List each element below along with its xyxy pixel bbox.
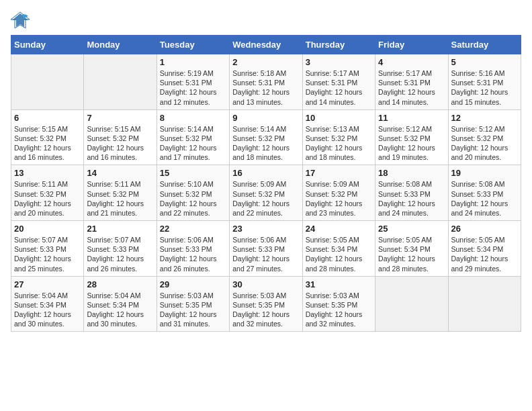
calendar-cell: 4Sunrise: 5:17 AM Sunset: 5:31 PM Daylig… (375, 54, 448, 110)
day-info: Sunrise: 5:18 AM Sunset: 5:31 PM Dayligh… (232, 68, 299, 107)
calendar-cell: 27Sunrise: 5:04 AM Sunset: 5:34 PM Dayli… (11, 276, 84, 332)
day-number: 13 (14, 168, 81, 178)
weekday-header-tuesday: Tuesday (157, 36, 229, 54)
calendar-table: SundayMondayTuesdayWednesdayThursdayFrid… (11, 35, 521, 332)
calendar-cell: 29Sunrise: 5:03 AM Sunset: 5:35 PM Dayli… (157, 276, 229, 332)
day-info: Sunrise: 5:17 AM Sunset: 5:31 PM Dayligh… (306, 68, 372, 107)
calendar-cell: 16Sunrise: 5:09 AM Sunset: 5:32 PM Dayli… (230, 165, 302, 221)
day-info: Sunrise: 5:05 AM Sunset: 5:34 PM Dayligh… (378, 235, 445, 273)
day-info: Sunrise: 5:11 AM Sunset: 5:32 PM Dayligh… (14, 179, 81, 218)
day-number: 9 (232, 113, 299, 123)
calendar-week-row: 13Sunrise: 5:11 AM Sunset: 5:32 PM Dayli… (11, 165, 521, 221)
calendar-cell: 8Sunrise: 5:14 AM Sunset: 5:32 PM Daylig… (157, 109, 229, 165)
day-number: 22 (160, 224, 226, 234)
calendar-week-row: 6Sunrise: 5:15 AM Sunset: 5:32 PM Daylig… (11, 109, 521, 165)
calendar-cell: 10Sunrise: 5:13 AM Sunset: 5:32 PM Dayli… (302, 109, 375, 165)
weekday-header-row: SundayMondayTuesdayWednesdayThursdayFrid… (11, 36, 521, 54)
day-info: Sunrise: 5:14 AM Sunset: 5:32 PM Dayligh… (160, 124, 226, 163)
day-number: 26 (451, 224, 518, 234)
day-number: 7 (87, 113, 153, 123)
day-number: 14 (87, 168, 153, 178)
calendar-cell: 21Sunrise: 5:07 AM Sunset: 5:33 PM Dayli… (84, 221, 157, 277)
day-info: Sunrise: 5:03 AM Sunset: 5:35 PM Dayligh… (306, 291, 372, 329)
calendar-cell: 1Sunrise: 5:19 AM Sunset: 5:31 PM Daylig… (157, 54, 229, 110)
day-info: Sunrise: 5:13 AM Sunset: 5:32 PM Dayligh… (306, 124, 372, 163)
day-info: Sunrise: 5:05 AM Sunset: 5:34 PM Dayligh… (451, 235, 518, 273)
calendar-cell: 22Sunrise: 5:06 AM Sunset: 5:33 PM Dayli… (157, 221, 229, 277)
weekday-header-friday: Friday (375, 36, 448, 54)
day-number: 30 (232, 279, 299, 289)
day-info: Sunrise: 5:12 AM Sunset: 5:32 PM Dayligh… (451, 124, 518, 163)
day-info: Sunrise: 5:16 AM Sunset: 5:31 PM Dayligh… (451, 68, 518, 107)
calendar-cell: 26Sunrise: 5:05 AM Sunset: 5:34 PM Dayli… (448, 221, 521, 277)
day-number: 25 (378, 224, 445, 234)
calendar-cell (84, 54, 157, 110)
logo (11, 11, 32, 30)
day-number: 29 (160, 279, 226, 289)
calendar-cell: 23Sunrise: 5:06 AM Sunset: 5:33 PM Dayli… (230, 221, 302, 277)
calendar-cell: 13Sunrise: 5:11 AM Sunset: 5:32 PM Dayli… (11, 165, 84, 221)
calendar-cell: 28Sunrise: 5:04 AM Sunset: 5:34 PM Dayli… (84, 276, 157, 332)
calendar-cell: 31Sunrise: 5:03 AM Sunset: 5:35 PM Dayli… (302, 276, 375, 332)
weekday-header-wednesday: Wednesday (230, 36, 302, 54)
calendar-cell: 25Sunrise: 5:05 AM Sunset: 5:34 PM Dayli… (375, 221, 448, 277)
day-number: 18 (378, 168, 445, 178)
day-number: 17 (306, 168, 372, 178)
weekday-header-saturday: Saturday (448, 36, 521, 54)
day-info: Sunrise: 5:07 AM Sunset: 5:33 PM Dayligh… (14, 235, 81, 273)
calendar-cell: 20Sunrise: 5:07 AM Sunset: 5:33 PM Dayli… (11, 221, 84, 277)
calendar-cell (375, 276, 448, 332)
day-number: 11 (378, 113, 445, 123)
day-number: 8 (160, 113, 226, 123)
day-info: Sunrise: 5:04 AM Sunset: 5:34 PM Dayligh… (14, 291, 81, 329)
calendar-cell: 14Sunrise: 5:11 AM Sunset: 5:32 PM Dayli… (84, 165, 157, 221)
day-number: 12 (451, 113, 518, 123)
day-info: Sunrise: 5:05 AM Sunset: 5:34 PM Dayligh… (306, 235, 372, 273)
day-info: Sunrise: 5:06 AM Sunset: 5:33 PM Dayligh… (232, 235, 299, 273)
day-number: 6 (14, 113, 81, 123)
day-info: Sunrise: 5:03 AM Sunset: 5:35 PM Dayligh… (232, 291, 299, 329)
day-info: Sunrise: 5:14 AM Sunset: 5:32 PM Dayligh… (232, 124, 299, 163)
day-number: 1 (160, 57, 226, 67)
day-info: Sunrise: 5:15 AM Sunset: 5:32 PM Dayligh… (87, 124, 153, 163)
calendar-cell: 30Sunrise: 5:03 AM Sunset: 5:35 PM Dayli… (230, 276, 302, 332)
day-info: Sunrise: 5:17 AM Sunset: 5:31 PM Dayligh… (378, 68, 445, 107)
calendar-cell: 9Sunrise: 5:14 AM Sunset: 5:32 PM Daylig… (230, 109, 302, 165)
day-number: 16 (232, 168, 299, 178)
day-info: Sunrise: 5:08 AM Sunset: 5:33 PM Dayligh… (378, 179, 445, 218)
day-number: 15 (160, 168, 226, 178)
day-info: Sunrise: 5:03 AM Sunset: 5:35 PM Dayligh… (160, 291, 226, 329)
day-info: Sunrise: 5:04 AM Sunset: 5:34 PM Dayligh… (87, 291, 153, 329)
calendar-cell: 6Sunrise: 5:15 AM Sunset: 5:32 PM Daylig… (11, 109, 84, 165)
calendar-cell: 17Sunrise: 5:09 AM Sunset: 5:32 PM Dayli… (302, 165, 375, 221)
calendar-cell: 24Sunrise: 5:05 AM Sunset: 5:34 PM Dayli… (302, 221, 375, 277)
calendar-cell: 15Sunrise: 5:10 AM Sunset: 5:32 PM Dayli… (157, 165, 229, 221)
calendar-cell: 11Sunrise: 5:12 AM Sunset: 5:32 PM Dayli… (375, 109, 448, 165)
logo-bird-icon (11, 11, 30, 30)
calendar-cell: 3Sunrise: 5:17 AM Sunset: 5:31 PM Daylig… (302, 54, 375, 110)
day-number: 20 (14, 224, 81, 234)
day-number: 10 (306, 113, 372, 123)
calendar-week-row: 27Sunrise: 5:04 AM Sunset: 5:34 PM Dayli… (11, 276, 521, 332)
weekday-header-monday: Monday (84, 36, 157, 54)
day-info: Sunrise: 5:12 AM Sunset: 5:32 PM Dayligh… (378, 124, 445, 163)
calendar-cell: 19Sunrise: 5:08 AM Sunset: 5:33 PM Dayli… (448, 165, 521, 221)
calendar-cell (11, 54, 84, 110)
calendar-week-row: 20Sunrise: 5:07 AM Sunset: 5:33 PM Dayli… (11, 221, 521, 277)
day-info: Sunrise: 5:08 AM Sunset: 5:33 PM Dayligh… (451, 179, 518, 218)
day-number: 4 (378, 57, 445, 67)
day-info: Sunrise: 5:15 AM Sunset: 5:32 PM Dayligh… (14, 124, 81, 163)
weekday-header-thursday: Thursday (302, 36, 375, 54)
calendar-cell: 18Sunrise: 5:08 AM Sunset: 5:33 PM Dayli… (375, 165, 448, 221)
day-info: Sunrise: 5:10 AM Sunset: 5:32 PM Dayligh… (160, 179, 226, 218)
day-number: 3 (306, 57, 372, 67)
day-number: 2 (232, 57, 299, 67)
calendar-cell (448, 276, 521, 332)
page-header (11, 11, 521, 30)
day-number: 23 (232, 224, 299, 234)
calendar-cell: 12Sunrise: 5:12 AM Sunset: 5:32 PM Dayli… (448, 109, 521, 165)
day-number: 24 (306, 224, 372, 234)
calendar-cell: 5Sunrise: 5:16 AM Sunset: 5:31 PM Daylig… (448, 54, 521, 110)
calendar-cell: 2Sunrise: 5:18 AM Sunset: 5:31 PM Daylig… (230, 54, 302, 110)
day-info: Sunrise: 5:06 AM Sunset: 5:33 PM Dayligh… (160, 235, 226, 273)
